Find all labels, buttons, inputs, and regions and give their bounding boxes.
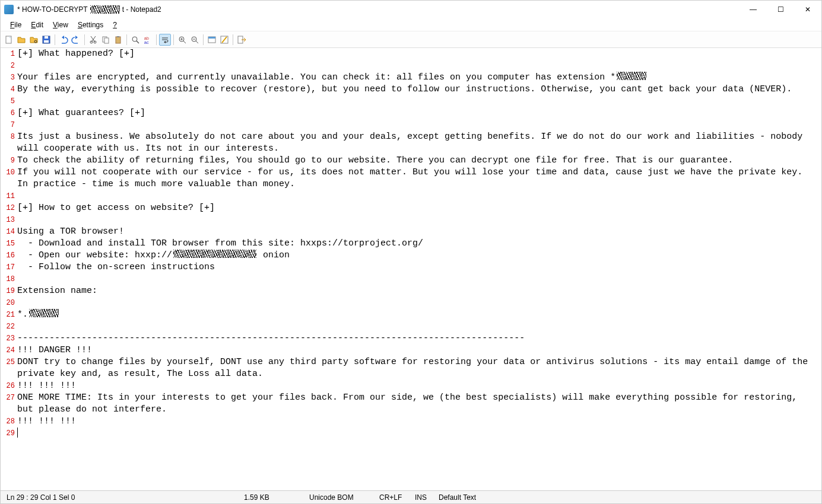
svg-marker-18 [164,41,166,43]
menu-settings[interactable]: Settings [73,20,108,30]
line-number: 8 [1,131,15,143]
svg-marker-6 [62,36,64,39]
code-line[interactable]: [+] How to get access on website? [+] [17,202,817,214]
undo-icon[interactable] [58,34,69,46]
cut-icon[interactable] [87,34,99,46]
line-number: 12 [1,202,15,214]
app-window: * HOW-TO-DECRYPTt - Notepad2 — ☐ ✕ File … [0,0,822,504]
line-number: 7 [1,119,15,131]
toolbar-separator [233,34,233,45]
line-number: 1 [1,48,15,60]
line-number: 11 [1,190,15,202]
svg-text:ac: ac [144,40,149,44]
code-line[interactable] [17,273,817,285]
toolbar-separator [203,34,204,45]
save-icon[interactable] [40,34,52,46]
menu-edit[interactable]: Edit [26,20,48,30]
close-button[interactable]: ✕ [794,1,821,18]
paste-icon[interactable] [112,34,124,46]
line-number: 22 [1,321,15,333]
code-line[interactable]: By the way, everything is possible to re… [17,84,817,95]
titlebar[interactable]: * HOW-TO-DECRYPTt - Notepad2 — ☐ ✕ [1,1,821,18]
code-line[interactable]: DONT try to change files by yourself, DO… [17,356,817,380]
line-number: 27 [1,392,15,404]
svg-marker-7 [75,36,78,39]
line-number: 16 [1,250,15,261]
wordwrap-icon[interactable] [159,34,171,46]
svg-rect-11 [104,38,109,43]
redacted-icon [29,309,59,317]
line-number: 14 [1,226,15,238]
svg-rect-13 [117,36,119,37]
menu-help[interactable]: ? [108,20,122,30]
minimize-button[interactable]: — [740,1,767,18]
scheme-icon[interactable] [206,34,218,46]
line-number: 15 [1,238,15,250]
editor-content[interactable]: [+] What happened? [+]Your files are enc… [17,48,821,439]
line-number: 5 [1,95,15,107]
status-scheme[interactable]: Default Text [436,493,484,502]
line-number: 18 [1,273,15,285]
toolbar-separator [55,34,55,45]
code-line[interactable]: !!! DANGER !!! [17,344,817,356]
line-number: 28 [1,416,15,428]
maximize-button[interactable]: ☐ [767,1,794,18]
code-line[interactable]: - Open our website: hxxp:// onion [17,250,817,261]
svg-rect-12 [116,37,120,43]
line-number: 2 [1,60,15,72]
code-line[interactable] [17,428,817,439]
code-line[interactable]: [+] What guarantees? [+] [17,107,817,119]
svg-rect-4 [45,36,48,39]
redacted-icon [173,250,256,258]
browse-icon[interactable] [28,34,40,46]
status-mode[interactable]: INS [412,493,436,502]
code-line[interactable] [17,119,817,131]
find-icon[interactable] [129,34,141,46]
code-line[interactable]: ONE MORE TIME: Its in your interests to … [17,392,817,416]
code-line[interactable]: Using a TOR browser! [17,226,817,238]
code-line[interactable]: *. [17,309,817,321]
line-number: 26 [1,380,15,392]
svg-line-20 [183,41,186,43]
zoom-out-icon[interactable] [189,34,201,46]
code-line[interactable]: - Follow the on-screen instructions [17,261,817,273]
text-editor[interactable]: 12345678 910 111213141516171819202122232… [1,48,821,490]
redo-icon[interactable] [70,34,82,46]
status-eol[interactable]: CR+LF [377,493,412,502]
copy-icon[interactable] [100,34,112,46]
code-line[interactable]: ----------------------------------------… [17,333,817,344]
code-line[interactable] [17,214,817,226]
status-encoding[interactable]: Unicode BOM [307,493,377,502]
code-line[interactable]: Extension name: [17,285,817,297]
zoom-in-icon[interactable] [176,34,188,46]
svg-line-24 [196,41,198,43]
code-line[interactable]: To check the ability of returning files,… [17,155,817,167]
open-file-icon[interactable] [15,34,27,46]
svg-rect-27 [208,37,215,39]
code-line[interactable]: If you will not cooperate with our servi… [17,167,817,190]
code-line[interactable]: Its just a business. We absolutely do no… [17,131,817,155]
code-line[interactable]: !!! !!! !!! [17,380,817,392]
menu-file[interactable]: File [5,20,26,30]
code-line[interactable] [17,297,817,309]
code-line[interactable]: !!! !!! !!! [17,416,817,428]
code-line[interactable]: - Download and install TOR browser from … [17,238,817,250]
text-cursor [17,428,18,438]
line-number: 21 [1,309,15,321]
customize-icon[interactable] [218,34,230,46]
exit-icon[interactable] [236,34,247,46]
code-line[interactable]: Your files are encrypted, and currently … [17,72,817,84]
code-line[interactable]: [+] What happened? [+] [17,48,817,60]
line-number: 20 [1,297,15,309]
code-line[interactable] [17,190,817,202]
new-file-icon[interactable] [3,34,15,46]
line-number: 17 [1,261,15,273]
code-line[interactable] [17,60,817,72]
menubar: File Edit View Settings ? [1,18,821,31]
svg-text:ab: ab [144,36,149,40]
replace-icon[interactable]: abac [142,34,154,46]
code-line[interactable] [17,321,817,333]
menu-view[interactable]: View [48,20,73,30]
status-filesize: 1.59 KB [242,493,307,502]
code-line[interactable] [17,95,817,107]
